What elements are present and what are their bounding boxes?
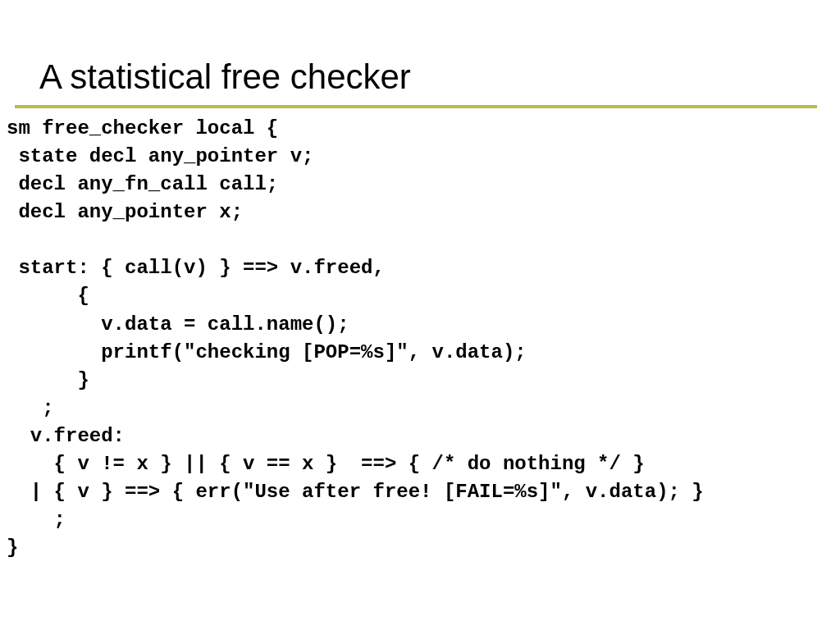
slide-container: A statistical free checker sm free_check…: [0, 0, 840, 630]
slide-title: A statistical free checker: [0, 57, 840, 105]
title-underline: [15, 105, 817, 108]
code-block: sm free_checker local { state decl any_p…: [0, 115, 840, 562]
